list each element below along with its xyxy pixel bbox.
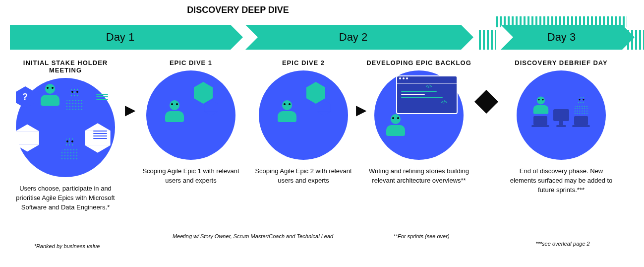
day3-banner: Day 3 <box>501 25 622 50</box>
hex-icon <box>205 104 218 111</box>
phase-debrief-day: DISCOVERY DEBRIEF DAY End of discovery p… <box>507 57 616 195</box>
section-label-discovery: DISCOVERY DEEP DIVE <box>139 5 337 15</box>
day2-label: Day 2 <box>339 31 367 44</box>
arrow-icon: ▶ <box>125 102 136 118</box>
laptop-icon <box>574 116 588 125</box>
phase-1-illustration: ? <box>16 78 115 177</box>
phase-4-illustration: </> </> <box>374 70 464 160</box>
person-icon <box>384 114 407 136</box>
phase-4-footnote: **For sprints (see over) <box>377 233 466 239</box>
phase-5-illustration <box>517 70 606 160</box>
phase-5-desc: End of discovery phase. New elements sur… <box>507 167 616 195</box>
phase-2-desc: Scoping Agile Epic 1 with relevant users… <box>136 167 245 186</box>
monitor-icon <box>553 109 569 121</box>
hex-icon <box>317 104 331 111</box>
phase-4-title: DEVELOPING EPIC BACKLOG <box>364 59 473 67</box>
code-window-icon: </> </> <box>396 75 458 114</box>
phase-epic-dive-1: EPIC DIVE 1 Scoping Agile Epic 1 with re… <box>136 57 245 186</box>
person-icon <box>573 96 591 114</box>
phase-3-title: EPIC DIVE 2 <box>249 59 358 67</box>
day1-label: Day 1 <box>106 31 134 44</box>
laptop-icon <box>533 116 547 125</box>
chat-lines-icon <box>96 94 108 100</box>
hex-icon <box>306 87 325 98</box>
chat-lines-icon <box>93 131 107 139</box>
phase-1-desc: Users choose, participate in and priorit… <box>6 184 125 212</box>
hatch-left <box>479 30 496 50</box>
phase-5-footnote: ***see overleaf page 2 <box>523 241 602 247</box>
day2-banner: Day 2 <box>245 25 461 50</box>
person-icon <box>163 100 186 122</box>
person-icon <box>532 96 550 114</box>
shared-footnote: Meeting w/ Story Owner, Scrum Master/Coa… <box>149 233 357 239</box>
phase-3-illustration <box>259 70 348 160</box>
phase-epic-dive-2: EPIC DIVE 2 Scoping Agile Epic 2 with re… <box>249 57 358 186</box>
phase-4-desc: Writing and refining stories building re… <box>364 167 473 186</box>
speech-hex-icon <box>15 131 39 145</box>
person-icon <box>63 88 86 110</box>
phase-1-footnote: *Ranked by business value <box>20 243 114 249</box>
person-icon <box>59 137 81 159</box>
phase-2-illustration <box>146 70 235 160</box>
phase-2-title: EPIC DIVE 1 <box>136 59 245 67</box>
phase-stakeholder-meeting: INITIAL STAKE HOLDER MEETING ? Users cho… <box>6 57 125 212</box>
hex-icon <box>194 87 213 98</box>
day3-label: Day 3 <box>547 31 576 44</box>
phase-1-title: INITIAL STAKE HOLDER MEETING <box>6 59 125 74</box>
day1-banner: Day 1 <box>10 25 231 50</box>
phase-5-title: DISCOVERY DEBRIEF DAY <box>507 59 616 67</box>
person-icon <box>276 100 298 122</box>
question-mark-icon: ? <box>22 92 28 102</box>
phase-developing-backlog: DEVELOPING EPIC BACKLOG </> </> Writing … <box>364 57 473 186</box>
discovery-diagram: DISCOVERY DEEP DIVE Day 1 Day 2 Day 3 IN… <box>0 0 644 267</box>
phase-3-desc: Scoping Agile Epic 2 with relevant users… <box>249 167 358 186</box>
person-icon <box>39 84 61 106</box>
diamond-separator-icon <box>474 90 498 114</box>
